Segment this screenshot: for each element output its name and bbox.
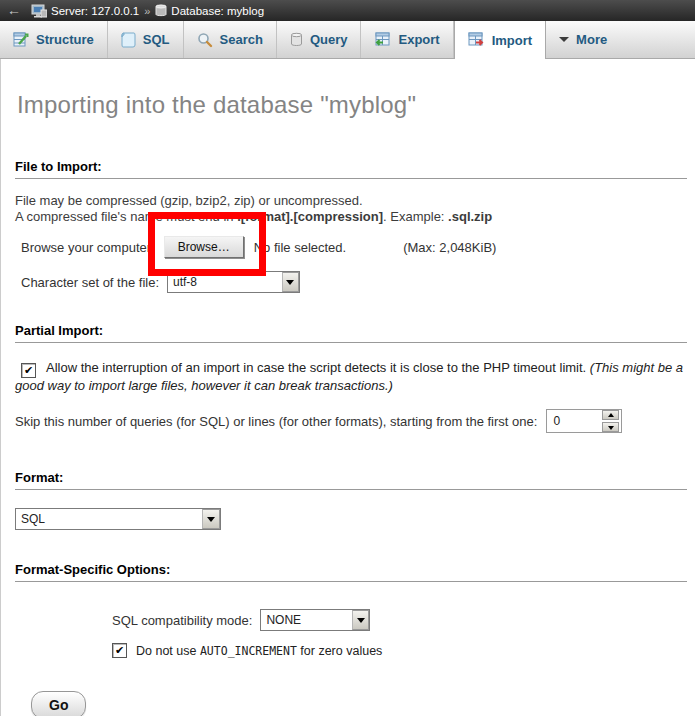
- skip-queries-input[interactable]: 0: [546, 409, 622, 433]
- charset-selected-value: utf-8: [168, 275, 282, 289]
- breadcrumb-database-label: Database: myblog: [171, 5, 264, 17]
- sql-compatibility-label: SQL compatibility mode:: [112, 613, 252, 628]
- go-button[interactable]: Go: [31, 691, 86, 716]
- tab-import[interactable]: Import: [454, 21, 546, 59]
- breadcrumb-server[interactable]: Server: 127.0.0.1: [31, 4, 139, 18]
- compression-info-line1: File may be compressed (gzip, bzip2, zip…: [15, 193, 689, 209]
- query-database-icon: [290, 32, 303, 47]
- tab-label: Query: [310, 32, 348, 47]
- tab-structure[interactable]: Structure: [0, 21, 108, 58]
- charset-label: Character set of the file:: [21, 275, 159, 290]
- tab-label: Structure: [36, 32, 94, 47]
- sql-compatibility-value: NONE: [261, 613, 352, 627]
- compression-info-line2: A compressed file's name must end in .[f…: [15, 209, 689, 225]
- select-dropdown-arrow-icon[interactable]: [282, 272, 299, 292]
- page-title: Importing into the database "myblog": [15, 59, 689, 119]
- tab-label: Search: [220, 32, 263, 47]
- import-table-icon: [468, 32, 485, 48]
- allow-interruption-row: ✔Allow the interruption of an import in …: [15, 359, 689, 394]
- chevron-down-icon: [559, 37, 569, 47]
- tab-label: Export: [398, 32, 439, 47]
- tab-export[interactable]: Export: [361, 21, 453, 58]
- no-file-selected-text: No file selected.: [254, 240, 347, 255]
- structure-table-icon: [13, 32, 29, 48]
- server-icon: [31, 4, 47, 18]
- breadcrumb-server-label: Server: 127.0.0.1: [51, 5, 139, 17]
- breadcrumb-bar: ← Server: 127.0.0.1 » Database: myblog: [0, 0, 695, 21]
- max-upload-size: (Max: 2,048KiB): [403, 240, 496, 255]
- skip-queries-row: Skip this number of queries (for SQL) or…: [15, 409, 689, 433]
- section-heading-partial-import: Partial Import:: [15, 323, 687, 343]
- spinner-up-icon[interactable]: [602, 410, 619, 420]
- format-select[interactable]: SQL: [15, 508, 221, 530]
- sql-compatibility-row: SQL compatibility mode: NONE: [112, 609, 689, 631]
- spinner-down-icon[interactable]: [602, 422, 619, 432]
- sql-compatibility-select[interactable]: NONE: [260, 609, 370, 631]
- tab-label: SQL: [143, 32, 170, 47]
- format-selected-value: SQL: [16, 512, 202, 526]
- tab-bar: Structure SQL Search Query: [0, 21, 695, 59]
- auto-increment-row: ✔ Do not use AUTO_INCREMENT for zero val…: [112, 643, 689, 658]
- database-icon: [155, 4, 167, 17]
- skip-queries-label: Skip this number of queries (for SQL) or…: [15, 414, 537, 429]
- breadcrumb-separator: »: [144, 5, 150, 17]
- import-page: Importing into the database "myblog" Fil…: [0, 59, 695, 716]
- section-heading-file-to-import: File to Import:: [15, 159, 687, 179]
- compression-info: File may be compressed (gzip, bzip2, zip…: [15, 193, 689, 225]
- breadcrumb-database[interactable]: Database: myblog: [155, 4, 264, 17]
- browse-button[interactable]: Browse…: [164, 236, 244, 258]
- tab-search[interactable]: Search: [184, 21, 277, 58]
- charset-select[interactable]: utf-8: [167, 271, 300, 293]
- allow-interruption-checkbox[interactable]: ✔: [21, 363, 36, 378]
- tab-label: Import: [492, 33, 532, 48]
- export-table-icon: [374, 32, 391, 48]
- sql-scroll-icon: [121, 32, 136, 48]
- select-dropdown-arrow-icon[interactable]: [202, 509, 220, 529]
- auto-increment-label: Do not use AUTO_INCREMENT for zero value…: [136, 644, 382, 658]
- search-magnifier-icon: [197, 32, 213, 48]
- browse-label: Browse your computer:: [21, 240, 155, 255]
- select-dropdown-arrow-icon[interactable]: [352, 610, 369, 630]
- back-arrow-icon[interactable]: ←: [7, 2, 25, 18]
- allow-interruption-label: Allow the interruption of an import in c…: [46, 360, 590, 375]
- tab-query[interactable]: Query: [277, 21, 362, 58]
- auto-increment-checkbox[interactable]: ✔: [112, 643, 127, 658]
- tab-more[interactable]: More: [546, 21, 620, 58]
- skip-queries-value: 0: [553, 414, 560, 428]
- section-heading-format: Format:: [15, 470, 687, 490]
- charset-row: Character set of the file: utf-8: [21, 271, 689, 293]
- section-heading-format-options: Format-Specific Options:: [15, 562, 687, 582]
- tab-label: More: [576, 32, 607, 47]
- browse-row: Browse your computer: Browse… No file se…: [21, 236, 689, 258]
- tab-sql[interactable]: SQL: [108, 21, 184, 58]
